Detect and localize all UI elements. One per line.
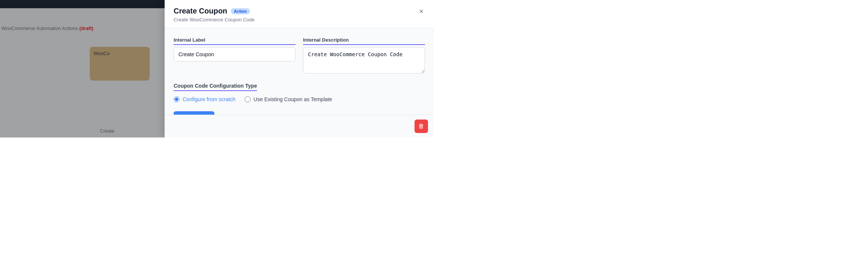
internal-label-group: Internal Label (174, 37, 296, 73)
config-type-section: Coupon Code Configuration Type Configure… (174, 82, 425, 115)
config-section-label: Coupon Code Configuration Type (174, 83, 257, 91)
internal-description-group: Internal Description Create WooCommerce … (303, 37, 425, 73)
modal-title: Create Coupon (174, 7, 227, 15)
radio-template[interactable] (245, 96, 251, 102)
modal-subtitle: Create WooCommerce Coupon Code (174, 17, 255, 22)
internal-label-label: Internal Label (174, 37, 296, 45)
radio-option-template[interactable]: Use Existing Coupon as Template (245, 96, 332, 102)
close-button[interactable]: × (418, 7, 425, 16)
action-badge: Action (231, 8, 250, 14)
form-row-labels: Internal Label Internal Description Crea… (174, 37, 425, 73)
internal-label-input[interactable] (174, 47, 296, 61)
modal-header-left: Create Coupon Action Create WooCommerce … (174, 7, 255, 22)
delete-button[interactable]: 🗑 (415, 120, 428, 133)
modal-panel: Create Coupon Action Create WooCommerce … (165, 0, 434, 138)
modal-body: Internal Label Internal Description Crea… (165, 28, 434, 115)
modal-title-row: Create Coupon Action (174, 7, 255, 15)
modal-header: Create Coupon Action Create WooCommerce … (165, 0, 434, 28)
internal-description-input[interactable]: Create WooCommerce Coupon Code (303, 47, 425, 73)
delete-icon: 🗑 (418, 123, 424, 130)
radio-template-label: Use Existing Coupon as Template (254, 96, 332, 102)
radio-option-scratch[interactable]: Configure from scratch (174, 96, 236, 102)
radio-scratch[interactable] (174, 96, 180, 102)
internal-description-label: Internal Description (303, 37, 425, 45)
modal-footer: 🗑 (165, 115, 434, 138)
continue-button[interactable]: Continue (174, 111, 214, 115)
radio-scratch-label: Configure from scratch (183, 96, 236, 102)
radio-group-config: Configure from scratch Use Existing Coup… (174, 96, 425, 102)
